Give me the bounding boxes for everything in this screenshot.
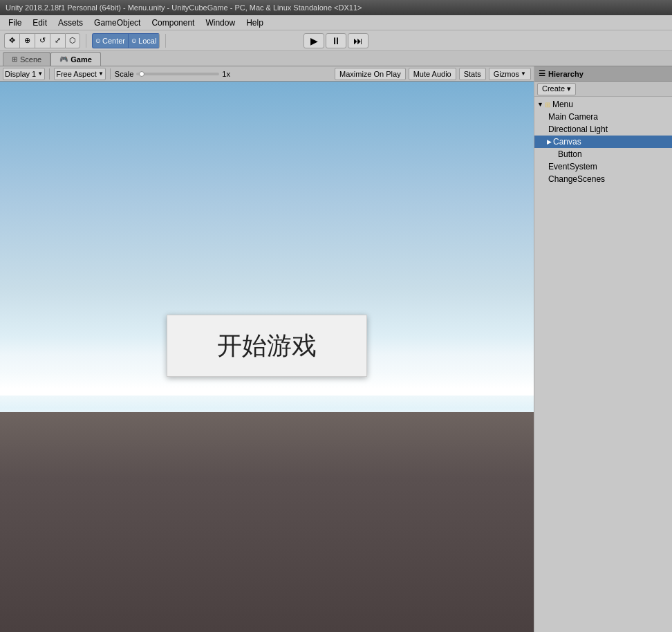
tab-scene[interactable]: ⊞ Scene (3, 52, 50, 66)
hierarchy-item-changescenes[interactable]: ChangeScenes (534, 173, 672, 185)
main-toolbar: ✥ ⊕ ↺ ⤢ ⬡ ⊙ Center ⊙ Local ▶ ⏸ ⏭ (0, 30, 672, 51)
hierarchy-icon: ☰ (539, 69, 545, 78)
tab-game[interactable]: 🎮 Game (50, 52, 101, 66)
scale-label: Scale (115, 70, 134, 78)
center-button[interactable]: ⊙ Center (92, 33, 128, 48)
step-button[interactable]: ⏭ (348, 33, 368, 48)
menu-bar: File Edit Assets GameObject Component Wi… (0, 15, 672, 30)
hierarchy-title: Hierarchy (548, 70, 584, 78)
gizmos-dropdown-icon: ▼ (521, 71, 526, 77)
scene-tab-icon: ⊞ (12, 55, 17, 63)
aspect-dropdown-icon: ▼ (98, 71, 104, 77)
hierarchy-toolbar: Create ▾ (534, 82, 672, 97)
local-button[interactable]: ⊙ Local (128, 33, 160, 48)
mute-audio-button[interactable]: Mute Audio (409, 68, 456, 80)
transform-tools: ✥ ⊕ ↺ ⤢ ⬡ (4, 33, 80, 48)
stats-button[interactable]: Stats (459, 68, 486, 80)
hierarchy-item-menu-label: Menu (552, 100, 573, 109)
hierarchy-header: ☰ Hierarchy (534, 66, 672, 82)
ground-background (0, 412, 534, 632)
hierarchy-item-eventsystem[interactable]: EventSystem (534, 160, 672, 173)
game-view: Display 1 ▼ Free Aspect ▼ Scale 1x (0, 66, 534, 632)
title-text: Unity 2018.2.18f1 Personal (64bit) - Men… (6, 3, 362, 12)
scale-tool[interactable]: ⤢ (50, 33, 65, 48)
main-layout: ⊞ Scene 🎮 Game Display 1 ▼ Free Aspect ▼ (0, 51, 672, 632)
scale-control: Scale 1x (115, 70, 230, 78)
pivot-controls: ⊙ Center ⊙ Local (92, 33, 160, 48)
aspect-select[interactable]: Free Aspect ▼ (54, 68, 106, 80)
move-tool[interactable]: ⊕ (19, 33, 35, 48)
maximize-on-play-button[interactable]: Maximize On Play (335, 68, 406, 80)
title-bar: Unity 2018.2.18f1 Personal (64bit) - Men… (0, 0, 672, 15)
menu-help[interactable]: Help (241, 17, 269, 29)
content-area: Display 1 ▼ Free Aspect ▼ Scale 1x (0, 66, 672, 632)
create-button[interactable]: Create ▾ (537, 83, 576, 95)
hierarchy-item-main-camera-label: Main Camera (548, 112, 598, 122)
scale-slider[interactable] (136, 73, 219, 75)
hand-tool[interactable]: ✥ (4, 33, 19, 48)
toolbar-sep-1 (49, 68, 50, 80)
tab-area: ⊞ Scene 🎮 Game (0, 51, 672, 66)
hierarchy-item-button[interactable]: Button (534, 148, 672, 160)
menu-assets[interactable]: Assets (53, 17, 88, 29)
menu-file[interactable]: File (3, 17, 27, 29)
hierarchy-item-main-camera[interactable]: Main Camera (534, 111, 672, 123)
hierarchy-item-canvas-label: Canvas (553, 137, 581, 147)
display-select[interactable]: Display 1 ▼ (3, 68, 45, 80)
pause-button[interactable]: ⏸ (326, 33, 346, 48)
sep2 (165, 34, 166, 48)
sep1 (86, 34, 86, 48)
play-button[interactable]: ▶ (304, 33, 324, 48)
hierarchy-item-changescenes-label: ChangeScenes (548, 174, 605, 184)
game-tab-icon: 🎮 (59, 55, 68, 63)
hierarchy-item-menu[interactable]: ▼ ⊞ Menu (534, 98, 672, 111)
game-canvas: 开始游戏 (0, 82, 534, 632)
hierarchy-item-directional-light[interactable]: Directional Light (534, 123, 672, 136)
menu-gameobject[interactable]: GameObject (88, 17, 146, 29)
scene-icon: ⊞ (545, 101, 550, 109)
menu-window[interactable]: Window (200, 17, 241, 29)
rect-tool[interactable]: ⬡ (65, 33, 80, 48)
scale-thumb (139, 71, 144, 77)
hierarchy-list: ▼ ⊞ Menu Main Camera Directional Light ▶ (534, 97, 672, 632)
hierarchy-item-button-label: Button (558, 149, 582, 159)
hierarchy-item-directional-light-label: Directional Light (548, 124, 608, 134)
menu-component[interactable]: Component (146, 17, 200, 29)
toolbar-sep-2 (110, 68, 111, 80)
hierarchy-item-canvas[interactable]: ▶ Canvas (534, 136, 672, 148)
game-toolbar: Display 1 ▼ Free Aspect ▼ Scale 1x (0, 66, 534, 82)
display-dropdown-icon: ▼ (37, 71, 43, 77)
menu-arrow-icon: ▼ (537, 101, 543, 108)
create-label: Create ▾ (542, 84, 571, 93)
scale-value: 1x (222, 70, 230, 78)
hierarchy-item-eventsystem-label: EventSystem (548, 162, 597, 171)
menu-edit[interactable]: Edit (27, 17, 53, 29)
gizmos-button[interactable]: Gizmos ▼ (489, 68, 531, 80)
rotate-tool[interactable]: ↺ (35, 33, 50, 48)
canvas-arrow-icon: ▶ (547, 138, 552, 145)
start-game-text: 开始游戏 (217, 329, 317, 363)
start-game-button[interactable]: 开始游戏 (167, 315, 367, 377)
hierarchy-panel: ☰ Hierarchy Create ▾ ▼ ⊞ Menu Main Camer (534, 66, 672, 632)
